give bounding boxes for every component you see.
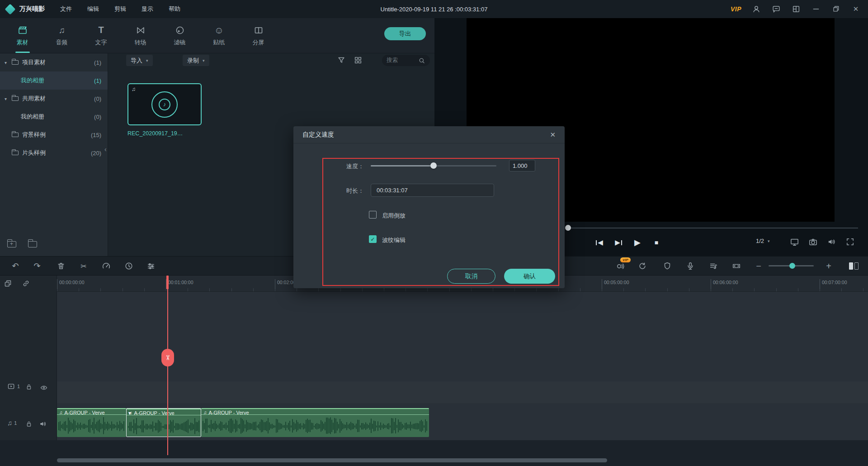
collapse-sidebar-icon[interactable]: ‹ [104, 146, 107, 153]
previous-frame-button[interactable]: ◀ [592, 237, 607, 248]
import-label: 导入 [131, 57, 142, 65]
sidebar-item-0[interactable]: ▾项目素材(1) [0, 53, 108, 71]
highlight-annotation-box [322, 158, 559, 286]
reverse-checkbox[interactable]: ✓ [369, 211, 377, 219]
seek-bar[interactable] [570, 228, 858, 228]
sidebar-item-label: 共用素材 [22, 95, 94, 103]
duration-button[interactable] [122, 259, 136, 273]
volume-envelope-line[interactable] [201, 414, 429, 415]
new-folder-icon[interactable] [7, 241, 16, 247]
sidebar-item-2[interactable]: ▾共用素材(0) [0, 90, 108, 108]
seek-handle[interactable] [565, 225, 571, 231]
play-button[interactable]: ▶ [630, 237, 645, 248]
lock-track-icon[interactable] [25, 383, 33, 390]
close-window-icon[interactable]: ✕ [851, 4, 861, 14]
toggle-visibility-icon[interactable] [40, 384, 48, 392]
redo-button[interactable]: ↷ [30, 259, 44, 273]
layout-icon[interactable] [791, 4, 801, 14]
account-icon[interactable] [751, 4, 761, 14]
speed-value-input[interactable]: 1.000 [509, 160, 535, 171]
horizontal-scrollbar[interactable] [57, 458, 607, 462]
split-button[interactable]: ✂ [76, 259, 91, 273]
sidebar-item-3[interactable]: 我的相册(0) [0, 108, 108, 126]
tab-text[interactable]: T 文字 [81, 18, 121, 53]
speed-slider[interactable] [371, 160, 496, 171]
audio-clip-selected[interactable]: ♫A-GROUP - Verve▾ [126, 408, 201, 437]
confirm-button[interactable]: 确认 [504, 269, 555, 284]
tab-transition[interactable]: 转场 [121, 18, 160, 53]
expander-icon[interactable]: ▾ [5, 96, 12, 101]
tab-split-screen[interactable]: 分屏 [239, 18, 278, 53]
filter-icon[interactable] [337, 56, 346, 65]
undo-button[interactable]: ↶ [8, 259, 23, 273]
stop-button[interactable]: ■ [649, 237, 664, 248]
split-playhead-badge[interactable]: ✂ [161, 349, 174, 366]
sidebar-item-5[interactable]: 片头样例(20) [0, 144, 108, 162]
zoom-in-button[interactable]: + [821, 259, 836, 273]
resolution-dropdown[interactable]: 1/2 ▾ [756, 238, 770, 244]
link-icon[interactable] [22, 279, 30, 288]
next-frame-button[interactable]: ▶ [611, 237, 626, 248]
restore-icon[interactable] [831, 4, 841, 14]
slider-handle[interactable] [430, 162, 437, 169]
delete-button[interactable] [54, 259, 68, 273]
volume-envelope-line[interactable] [57, 414, 126, 415]
add-track-icon[interactable] [4, 279, 12, 288]
grid-view-icon[interactable] [354, 56, 363, 65]
speed-button[interactable] [99, 259, 113, 273]
cancel-button[interactable]: 取消 [447, 269, 495, 284]
menu-edit[interactable]: 编辑 [87, 5, 99, 13]
close-icon[interactable]: ✕ [550, 131, 556, 139]
volume-icon[interactable] [827, 237, 836, 247]
media-item-thumbnail[interactable]: ♫ ♪ [127, 83, 202, 125]
import-dropdown[interactable]: 导入 ▾ [126, 55, 153, 66]
protect-button[interactable] [660, 259, 675, 273]
clip-handle-marker[interactable]: ▾ [128, 410, 131, 416]
menu-help[interactable]: 帮助 [169, 5, 180, 13]
minimize-icon[interactable] [811, 4, 821, 14]
vip-badge[interactable]: VIP [731, 5, 741, 13]
export-button[interactable]: 导出 [384, 27, 426, 40]
expander-icon[interactable]: ▾ [5, 60, 12, 65]
ripple-checkbox[interactable]: ✓ [369, 235, 377, 243]
menu-file[interactable]: 文件 [60, 5, 72, 13]
zoom-slider-handle[interactable] [789, 263, 795, 269]
record-dropdown[interactable]: 录制 ▾ [183, 55, 209, 66]
track-manager-button[interactable] [729, 259, 744, 273]
folder-icon[interactable] [28, 241, 37, 247]
sticker-icon: ☺ [214, 25, 224, 36]
check-icon: ✓ [370, 236, 375, 243]
mute-track-icon[interactable] [39, 420, 47, 428]
sidebar-tree: ▾项目素材(1)我的相册(1)▾共用素材(0)我的相册(0)背景样例(15)片头… [0, 53, 108, 162]
audio-list-button[interactable] [706, 259, 721, 273]
tab-filter[interactable]: 滤镜 [160, 18, 199, 53]
audio-clip[interactable]: ♫A-GROUP - Verve [201, 408, 429, 437]
tab-media[interactable]: 素材 [3, 18, 42, 53]
lock-track-icon[interactable] [25, 420, 33, 428]
display-device-icon[interactable] [790, 237, 799, 247]
tab-label: 贴纸 [213, 38, 225, 47]
render-preview-button[interactable] [635, 259, 650, 273]
tab-audio[interactable]: ♫ 音频 [42, 18, 81, 53]
adjust-button[interactable] [144, 259, 158, 273]
zoom-out-button[interactable]: − [751, 259, 766, 273]
panel-layout-toggle[interactable] [843, 259, 864, 273]
sidebar-item-1[interactable]: 我的相册(1) [0, 71, 108, 90]
feedback-icon[interactable] [771, 4, 781, 14]
snapshot-icon[interactable] [808, 237, 818, 247]
volume-envelope-line[interactable] [127, 415, 201, 415]
menu-view[interactable]: 显示 [142, 5, 153, 13]
timeline-zoom-slider[interactable] [769, 265, 814, 266]
transition-icon [136, 25, 146, 36]
record-voiceover-button[interactable] [683, 259, 698, 273]
sidebar-item-4[interactable]: 背景样例(15) [0, 126, 108, 144]
audio-clip[interactable]: ♫A-GROUP - Verve [57, 408, 126, 437]
search-input[interactable]: 搜索 [382, 55, 430, 66]
duration-input[interactable]: 00:03:31:07 [371, 184, 494, 197]
menu-clip[interactable]: 剪辑 [114, 5, 126, 13]
video-track-lane[interactable] [57, 381, 868, 403]
fullscreen-icon[interactable] [845, 237, 855, 247]
app-name: 万兴喵影 [19, 5, 45, 13]
tab-sticker[interactable]: ☺ 贴纸 [199, 18, 239, 53]
audio-track-lane[interactable]: ♫A-GROUP - Verve♫A-GROUP - Verve▾♫A-GROU… [57, 408, 868, 437]
